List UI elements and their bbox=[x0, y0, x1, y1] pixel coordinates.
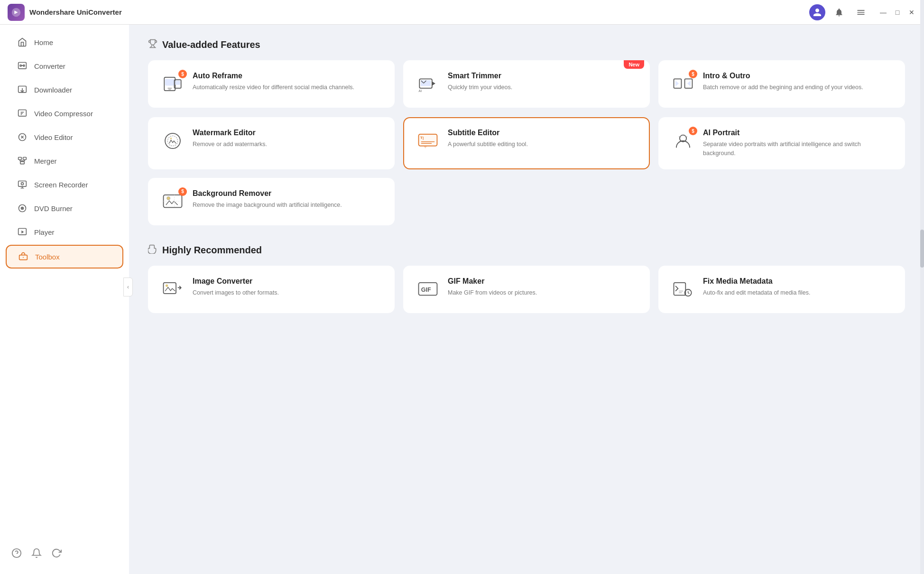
notification-icon[interactable] bbox=[831, 4, 847, 20]
recommended-cards: Image Converter Convert images to other … bbox=[148, 266, 905, 313]
svg-rect-10 bbox=[18, 181, 27, 187]
menu-icon[interactable] bbox=[853, 4, 869, 20]
value-added-title: Value-added Features bbox=[162, 39, 260, 50]
svg-point-38 bbox=[167, 196, 170, 200]
converter-icon bbox=[17, 61, 28, 71]
titlebar-controls: — □ ✕ bbox=[809, 4, 916, 20]
sidebar-item-downloader[interactable]: Downloader bbox=[6, 79, 123, 101]
player-icon bbox=[17, 227, 28, 237]
intro-outro-description: Batch remove or add the begining and end… bbox=[703, 83, 863, 92]
minimize-button[interactable]: — bbox=[878, 8, 888, 17]
fix-media-metadata-card[interactable]: Fix Media Metadata Auto-fix and edit met… bbox=[658, 266, 905, 313]
svg-point-3 bbox=[23, 65, 25, 66]
background-remover-text: Background Remover Remove the image back… bbox=[193, 189, 342, 210]
fix-media-metadata-title: Fix Media Metadata bbox=[703, 277, 811, 286]
smart-trimmer-title: Smart Trimmer bbox=[448, 72, 512, 80]
gif-maker-text: GIF Maker Make GIF from videos or pictur… bbox=[448, 277, 537, 297]
toolbox-icon bbox=[18, 251, 28, 262]
watermark-editor-icon-wrap bbox=[160, 129, 185, 153]
svg-text:T|: T| bbox=[420, 136, 424, 140]
svg-point-40 bbox=[166, 284, 168, 287]
smart-trimmer-card[interactable]: New AI Smart Trimmer Quickly trim your v… bbox=[403, 60, 650, 108]
svg-point-31 bbox=[170, 138, 172, 139]
svg-rect-9 bbox=[20, 162, 24, 164]
fix-media-metadata-description: Auto-fix and edit metadata of media file… bbox=[703, 288, 811, 297]
svg-point-14 bbox=[22, 208, 23, 209]
sidebar-collapse-handle[interactable]: ‹ bbox=[123, 278, 133, 296]
svg-point-11 bbox=[21, 183, 24, 185]
ai-portrait-icon-wrap: $ bbox=[671, 129, 695, 153]
ai-portrait-text: AI Portrait Separate video portraits wit… bbox=[703, 129, 893, 158]
sidebar-item-video-editor[interactable]: Video Editor bbox=[6, 126, 123, 148]
sidebar-item-merger[interactable]: Merger bbox=[6, 150, 123, 172]
titlebar: Wondershare UniConverter — □ ✕ bbox=[0, 0, 924, 25]
ai-portrait-card[interactable]: $ AI Portrait Separate video portraits w… bbox=[658, 117, 905, 169]
gif-maker-icon-wrap: GIF bbox=[416, 277, 440, 302]
watermark-editor-card[interactable]: Watermark Editor Remove or add watermark… bbox=[148, 117, 395, 169]
sidebar-label-home: Home bbox=[34, 38, 53, 46]
app-title: Wondershare UniConverter bbox=[29, 8, 809, 16]
gif-maker-card[interactable]: GIF GIF Maker Make GIF from videos or pi… bbox=[403, 266, 650, 313]
background-remover-description: Remove the image background with artific… bbox=[193, 201, 342, 210]
sidebar-label-video-compressor: Video Compressor bbox=[34, 110, 93, 118]
sidebar-label-video-editor: Video Editor bbox=[34, 133, 73, 141]
svg-rect-23 bbox=[175, 81, 180, 85]
sidebar: Home Converter Downloader bbox=[0, 25, 129, 574]
window-controls: — □ ✕ bbox=[878, 8, 916, 17]
intro-outro-card[interactable]: $ Intro & Outro Batch remove or add the … bbox=[658, 60, 905, 108]
dvd-icon bbox=[17, 203, 28, 213]
sidebar-label-downloader: Downloader bbox=[34, 86, 72, 94]
sidebar-label-converter: Converter bbox=[34, 62, 65, 70]
main-content: Value-added Features $ bbox=[129, 25, 924, 574]
sidebar-label-toolbox: Toolbox bbox=[35, 253, 60, 261]
sidebar-item-home[interactable]: Home bbox=[6, 31, 123, 53]
auto-reframe-text: Auto Reframe Automatically resize video … bbox=[193, 72, 354, 92]
notification-bell-icon[interactable] bbox=[31, 548, 42, 561]
sidebar-label-player: Player bbox=[34, 228, 55, 236]
close-button[interactable]: ✕ bbox=[907, 8, 916, 17]
home-icon bbox=[17, 37, 28, 47]
app-body: Home Converter Downloader bbox=[0, 25, 924, 574]
watermark-editor-title: Watermark Editor bbox=[193, 129, 267, 137]
merger-icon bbox=[17, 156, 28, 166]
sidebar-label-dvd-burner: DVD Burner bbox=[34, 204, 73, 213]
svg-rect-8 bbox=[23, 157, 27, 160]
value-added-cards-row3: $ Background Remover Remove the image ba… bbox=[148, 178, 905, 225]
sidebar-item-toolbox[interactable]: Toolbox bbox=[6, 245, 123, 268]
sidebar-item-converter[interactable]: Converter bbox=[6, 55, 123, 77]
ai-portrait-title: AI Portrait bbox=[703, 129, 893, 137]
premium-badge-auto-reframe: $ bbox=[178, 70, 187, 78]
smart-trimmer-description: Quickly trim your videos. bbox=[448, 83, 512, 92]
smart-trimmer-text: Smart Trimmer Quickly trim your videos. bbox=[448, 72, 512, 92]
user-account-icon[interactable] bbox=[809, 4, 825, 20]
auto-reframe-card[interactable]: $ Auto Reframe Automatically resize vide… bbox=[148, 60, 395, 108]
refresh-icon[interactable] bbox=[51, 548, 62, 561]
gif-maker-title: GIF Maker bbox=[448, 277, 537, 286]
subtitle-editor-text: Subtitle Editor A powerful subtitle edit… bbox=[448, 129, 528, 149]
image-converter-text: Image Converter Convert images to other … bbox=[193, 277, 279, 297]
sidebar-item-dvd-burner[interactable]: DVD Burner bbox=[6, 197, 123, 219]
sidebar-item-video-compressor[interactable]: Video Compressor bbox=[6, 102, 123, 124]
scrollbar-track[interactable] bbox=[920, 25, 924, 574]
svg-rect-5 bbox=[18, 110, 27, 116]
value-added-section-header: Value-added Features bbox=[148, 39, 905, 51]
image-converter-description: Convert images to other formats. bbox=[193, 288, 279, 297]
watermark-editor-text: Watermark Editor Remove or add watermark… bbox=[193, 129, 267, 149]
sidebar-item-player[interactable]: Player bbox=[6, 221, 123, 243]
svg-rect-39 bbox=[164, 282, 176, 293]
new-badge: New bbox=[624, 60, 644, 69]
background-remover-card[interactable]: $ Background Remover Remove the image ba… bbox=[148, 178, 395, 225]
fix-media-metadata-icon-wrap bbox=[671, 277, 695, 302]
maximize-button[interactable]: □ bbox=[893, 8, 902, 17]
svg-rect-43 bbox=[674, 282, 686, 295]
scrollbar-thumb[interactable] bbox=[920, 230, 924, 268]
auto-reframe-icon-wrap: $ bbox=[160, 72, 185, 96]
gif-maker-description: Make GIF from videos or pictures. bbox=[448, 288, 537, 297]
sidebar-item-screen-recorder[interactable]: Screen Recorder bbox=[6, 174, 123, 195]
image-converter-card[interactable]: Image Converter Convert images to other … bbox=[148, 266, 395, 313]
auto-reframe-title: Auto Reframe bbox=[193, 72, 354, 80]
help-icon[interactable] bbox=[11, 548, 22, 561]
subtitle-editor-card[interactable]: T| Subtitle Editor A powerful subtitle e… bbox=[403, 117, 650, 169]
subtitle-editor-icon-wrap: T| bbox=[416, 129, 440, 153]
compress-icon bbox=[17, 108, 28, 119]
